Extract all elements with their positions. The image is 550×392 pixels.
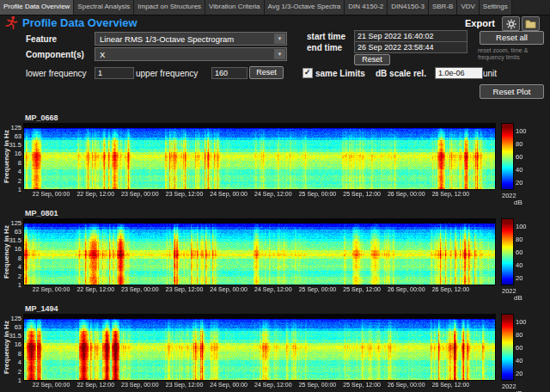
export-settings-button[interactable] <box>502 16 520 31</box>
plot-title: MP_0801 <box>25 209 58 217</box>
y-axis-tick-label: 125 <box>10 314 21 322</box>
tab-din-4150-3[interactable]: DIN4150-3 <box>388 0 429 15</box>
y-axis-tick-label: 16 <box>15 340 21 348</box>
y-axis-tick-label: 4 <box>18 358 21 366</box>
x-axis-tick-label: 24 Sep, 12:00 <box>254 286 292 292</box>
x-axis-tick-label: 22 Sep, 00:00 <box>33 286 70 292</box>
reset-plot-button[interactable]: Reset Plot <box>480 84 544 99</box>
feature-dropdown[interactable]: Linear RMS 1/3-Octave Spectrogram ▼ <box>95 32 287 46</box>
upper-frequency-input[interactable]: 160 <box>211 67 248 79</box>
colorbar-tick-label: 80 <box>516 330 522 338</box>
y-axis-tick-label: 31.5 <box>9 141 21 149</box>
y-axis-tick-label: 31.5 <box>9 236 21 244</box>
y-axis-tick-label: 31.5 <box>9 332 21 340</box>
colorbar-ticks: 10080604020 <box>516 315 538 380</box>
x-axis-tick-label: 25 Sep, 00:00 <box>299 286 337 292</box>
x-axis-tick-label: 25 Sep, 00:00 <box>299 191 337 197</box>
lower-frequency-input[interactable]: 1 <box>95 67 134 79</box>
x-axis-tick-label: 24 Sep, 00:00 <box>210 191 248 197</box>
x-axis-tick-label: 22 Sep, 00:00 <box>33 382 70 388</box>
x-axis-tick-label: 22 Sep, 12:00 <box>76 191 114 197</box>
y-axis-tick-label: 4 <box>18 168 21 175</box>
chevron-down-icon: ▼ <box>274 34 285 44</box>
spectrogram-panel-mp1494: MP_1494 Frequency in Hz 1256331.5168421 … <box>0 305 550 392</box>
x-axis-tick-label: 25 Sep, 12:00 <box>343 382 381 388</box>
reset-all-button[interactable]: Reset all <box>480 31 544 45</box>
gear-icon <box>506 19 516 29</box>
db-scale-input[interactable]: 1.0e-06 <box>435 67 483 79</box>
colorbar-tick-label: 20 <box>516 179 522 187</box>
x-axis-tick-label: 26 Sep, 00:00 <box>388 286 425 292</box>
tab-din-4150-2[interactable]: DIN 4150-2 <box>345 0 388 15</box>
tab-bar: Profile Data Overview Spectral Analysis … <box>0 0 550 15</box>
components-label: Component(s) <box>26 50 84 59</box>
x-axis-tick-label: 24 Sep, 00:00 <box>210 286 248 292</box>
end-time-field[interactable]: 26 Sep 2022 23:58:44 <box>354 41 468 53</box>
export-folder-button[interactable] <box>522 16 540 31</box>
x-axis-tick-label: 22 Sep, 12:00 <box>76 286 114 292</box>
spectrogram-canvas[interactable] <box>24 219 495 285</box>
y-axis-tick-label: 63 <box>15 322 21 330</box>
same-limits-checkbox[interactable] <box>302 68 313 78</box>
tab-vibration-criteria[interactable]: Vibration Criteria <box>205 0 264 15</box>
spectrogram-canvas[interactable] <box>24 315 495 380</box>
x-axis-ticks: 22 Sep, 00:0022 Sep, 12:0023 Sep, 00:002… <box>24 191 495 200</box>
frequency-reset-button[interactable]: Reset <box>249 66 284 79</box>
plot-title: MP_0668 <box>25 113 58 122</box>
x-axis-tick-label: 24 Sep, 12:00 <box>254 191 292 197</box>
plot-area: Frequency in Hz 1256331.5168421 10080604… <box>0 315 550 392</box>
export-label: Export <box>465 18 495 28</box>
y-axis-tick-label: 2 <box>18 272 21 279</box>
feature-dropdown-value: Linear RMS 1/3-Octave Spectrogram <box>100 34 234 44</box>
spectrogram-canvas[interactable] <box>24 124 495 189</box>
y-axis-tick-label: 8 <box>18 349 21 357</box>
x-axis-tick-label: 26 Sep, 00:00 <box>388 191 425 197</box>
y-axis-tick-label: 63 <box>15 227 21 235</box>
y-axis-tick-label: 125 <box>10 123 21 131</box>
end-time-label: end time <box>307 43 342 52</box>
y-axis-tick-label: 1 <box>18 186 21 193</box>
components-dropdown[interactable]: X ▼ <box>95 47 287 61</box>
colorbar-tick-label: 20 <box>516 370 522 377</box>
y-axis-tick-label: 63 <box>15 132 21 139</box>
tab-settings[interactable]: Settings <box>480 0 512 15</box>
tab-avg-third-octave-spectra[interactable]: Avg 1/3-Octave Spectra <box>265 0 345 15</box>
y-axis-ticks: 1256331.5168421 <box>0 124 22 189</box>
colorbar-ticks: 10080604020 <box>516 124 538 189</box>
tab-spectral-analysis[interactable]: Spectral Analysis <box>74 0 134 15</box>
plot-area: Frequency in Hz 1256331.5168421 10080604… <box>0 124 550 207</box>
start-time-label: start time <box>307 32 345 41</box>
colorbar-tick-label: 40 <box>516 166 522 174</box>
colorbar-tick-label: 60 <box>516 153 522 161</box>
y-axis-tick-label: 2 <box>18 176 21 184</box>
runner-app-icon <box>4 15 19 30</box>
feature-label: Feature <box>26 34 57 44</box>
x-axis-tick-label: 24 Sep, 12:00 <box>254 382 292 388</box>
y-axis-tick-label: 1 <box>18 377 21 384</box>
unit-label: unit <box>483 69 497 78</box>
x-axis-tick-label: 26 Sep, 12:00 <box>432 286 470 292</box>
tab-sbr-b[interactable]: SBR-B <box>429 0 457 15</box>
tab-vdv[interactable]: VDV <box>457 0 479 15</box>
colorbar-tick-label: 20 <box>516 274 522 282</box>
x-axis-tick-label: 23 Sep, 12:00 <box>166 382 204 388</box>
spectrogram-panel-mp0668: MP_0668 Frequency in Hz 1256331.5168421 … <box>0 114 550 207</box>
tab-profile-data-overview[interactable]: Profile Data Overview <box>0 0 74 15</box>
tab-impact-on-structures[interactable]: Impact on Structures <box>134 0 205 15</box>
db-scale-label: dB scale rel. <box>376 69 426 78</box>
x-axis-tick-label: 23 Sep, 00:00 <box>121 286 159 292</box>
start-time-field[interactable]: 21 Sep 2022 16:40:02 <box>354 30 468 42</box>
plot-area: Frequency in Hz 1256331.5168421 10080604… <box>0 219 550 303</box>
colorbar-unit-label: dB <box>514 199 522 206</box>
reset-all-hint: reset zoom, time & frequency limits <box>478 47 547 61</box>
y-axis-ticks: 1256331.5168421 <box>0 315 22 380</box>
time-reset-button[interactable]: Reset <box>354 54 390 65</box>
x-axis-tick-label: 23 Sep, 12:00 <box>166 286 204 292</box>
y-axis-tick-label: 8 <box>18 254 21 261</box>
colorbar-tick-label: 100 <box>516 222 527 230</box>
colorbar-unit-label: dB <box>514 294 522 302</box>
upper-frequency-label: upper frequency <box>136 69 198 78</box>
colorbar-tick-label: 100 <box>516 317 527 325</box>
y-axis-tick-label: 4 <box>18 263 21 271</box>
plot-title: MP_1494 <box>25 304 58 313</box>
